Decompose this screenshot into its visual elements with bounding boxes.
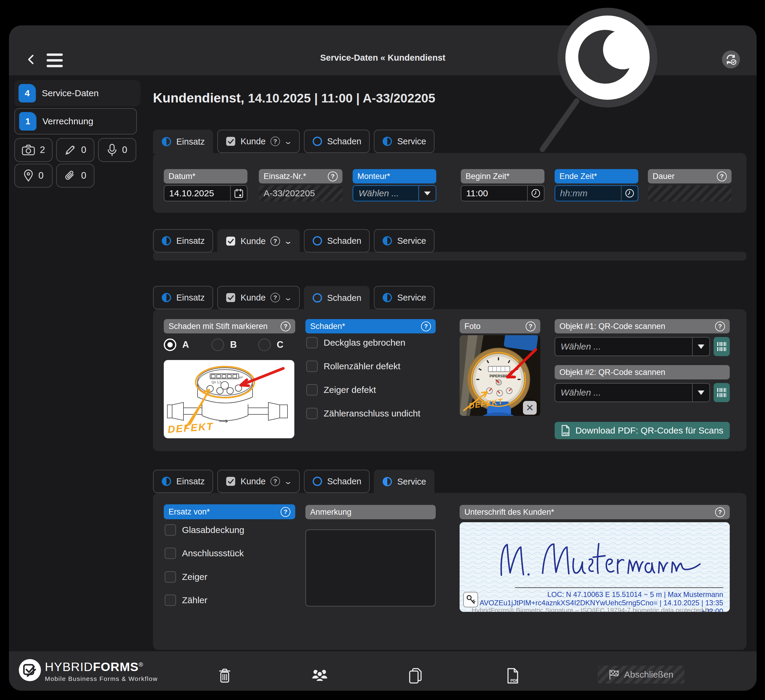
stift-label: Schaden mit Stift markieren?	[164, 319, 295, 333]
help-icon[interactable]: ?	[717, 171, 727, 181]
checkbox-icon[interactable]	[165, 595, 176, 606]
help-icon[interactable]: ?	[526, 321, 535, 331]
calendar-icon[interactable]	[230, 186, 247, 201]
objekt1-scan-button[interactable]	[714, 337, 730, 356]
checkbox-checked-icon	[226, 293, 236, 303]
help-icon[interactable]: ?	[271, 137, 280, 146]
tab-schaden[interactable]: Schaden	[304, 470, 370, 493]
tab-einsatz[interactable]: Einsatz	[153, 130, 213, 154]
checkbox-icon[interactable]	[165, 547, 176, 559]
damage-sketch-canvas[interactable]: Qn 1,5 m³ DEFEKT	[164, 360, 294, 438]
finish-button[interactable]: Abschließen	[598, 665, 684, 684]
checkbox-rollenzaehler[interactable]: Rollenzähler defekt	[306, 360, 400, 372]
radio-c[interactable]: C	[258, 338, 283, 351]
tab-kunde[interactable]: Kunde ? ⌄	[217, 130, 300, 153]
checkbox-icon[interactable]	[306, 408, 318, 419]
help-icon[interactable]: ?	[280, 507, 290, 517]
sidebar-item-verrechnung[interactable]: 1 Verrechnung	[14, 108, 137, 134]
panel-kunde-collapsed	[153, 252, 746, 261]
anmerkung-textarea[interactable]	[305, 529, 436, 607]
checkbox-zaehler[interactable]: Zähler	[165, 595, 208, 606]
help-icon[interactable]: ?	[271, 477, 280, 486]
tab-einsatz[interactable]: Einsatz	[153, 470, 213, 493]
counter-photos[interactable]: 2	[14, 138, 53, 162]
sidebar-item-service-daten[interactable]: 4 Service-Daten	[14, 80, 140, 106]
clock-icon[interactable]	[621, 186, 638, 201]
tab-kunde[interactable]: Kunde ? ⌄	[217, 286, 300, 309]
radio-b[interactable]: B	[212, 338, 237, 351]
monteur-select[interactable]: Wählen ...	[353, 185, 436, 201]
counter-locations[interactable]: 0	[14, 164, 53, 188]
tab-service[interactable]: Service	[374, 130, 434, 153]
checkbox-zaehleranschluss[interactable]: Zähleranschluss undicht	[306, 408, 420, 419]
dropdown-arrow-icon[interactable]	[692, 384, 710, 401]
help-icon[interactable]: ?	[271, 293, 280, 302]
checkbox-deckglas[interactable]: Deckglas gebrochen	[306, 337, 406, 348]
checkbox-checked-icon	[226, 136, 236, 146]
copy-form-button[interactable]	[408, 667, 423, 684]
clock-icon[interactable]	[527, 186, 544, 201]
chevron-down-icon[interactable]: ⌄	[283, 477, 293, 486]
tab-kunde[interactable]: Kunde ? ⌄	[217, 470, 300, 493]
export-pdf-button[interactable]: PDF	[505, 667, 521, 684]
counter-sketches[interactable]: 0	[56, 138, 94, 162]
tab-service[interactable]: Service	[374, 229, 434, 252]
progress-half-icon	[161, 293, 172, 303]
ende-input[interactable]: hh:mm	[555, 185, 638, 201]
help-icon[interactable]: ?	[715, 321, 725, 331]
objekt2-label: Objekt #2: QR-Code scannen	[555, 365, 730, 379]
tab-group-4: Einsatz Kunde ? ⌄ Schaden Service	[153, 470, 434, 494]
radio-a[interactable]: A	[164, 338, 189, 351]
remove-photo-button[interactable]: ✕	[523, 401, 537, 415]
checkbox-zeiger-defekt[interactable]: Zeiger defekt	[306, 384, 376, 396]
radio-selected-icon[interactable]	[164, 338, 176, 351]
checkbox-icon[interactable]	[306, 360, 318, 372]
download-pdf-button[interactable]: PDF Download PDF: QR-Codes für Scans	[555, 422, 730, 439]
checkbox-icon[interactable]	[165, 524, 176, 536]
tab-service[interactable]: Service	[374, 470, 434, 494]
chevron-down-icon[interactable]: ⌄	[283, 237, 293, 246]
counter-value: 0	[122, 145, 127, 155]
help-icon[interactable]: ?	[280, 321, 290, 331]
tab-service[interactable]: Service	[374, 286, 434, 309]
checkbox-glasabdeckung[interactable]: Glasabdeckung	[165, 524, 244, 536]
tab-einsatz[interactable]: Einsatz	[153, 286, 213, 309]
beginn-input[interactable]: 11:00	[461, 185, 545, 201]
help-icon[interactable]: ?	[715, 507, 725, 517]
hybridforms-logo	[19, 659, 41, 681]
counter-attachments[interactable]: 0	[56, 164, 94, 188]
progress-empty-icon	[312, 136, 323, 146]
objekt2-scan-button[interactable]	[714, 383, 730, 402]
counter-audio[interactable]: 0	[98, 138, 136, 162]
radio-icon[interactable]	[212, 338, 224, 351]
sync-button[interactable]	[722, 50, 740, 68]
tab-kunde[interactable]: Kunde ? ⌄	[217, 229, 300, 253]
radio-icon[interactable]	[258, 338, 271, 351]
chevron-down-icon[interactable]: ⌄	[283, 137, 293, 146]
help-icon[interactable]: ?	[271, 236, 280, 246]
tab-schaden[interactable]: Schaden	[304, 130, 370, 153]
water-meter-sketch: Qn 1,5 m³ DEFEKT	[164, 360, 294, 438]
checkbox-icon[interactable]	[165, 571, 176, 583]
checkbox-anschlussstueck[interactable]: Anschlussstück	[165, 547, 244, 559]
dropdown-arrow-icon[interactable]	[418, 186, 436, 201]
tab-schaden[interactable]: Schaden	[304, 229, 370, 252]
team-button[interactable]	[312, 668, 328, 684]
help-icon[interactable]: ?	[421, 321, 431, 331]
objekt1-select[interactable]: Wählen ...	[555, 337, 710, 356]
help-icon[interactable]: ?	[328, 171, 338, 181]
datum-input[interactable]: 14.10.2025	[164, 185, 247, 201]
signature-pad[interactable]: M. Mustermann LOC: N 47	[460, 522, 730, 612]
checkbox-icon[interactable]	[306, 384, 318, 396]
checkbox-icon[interactable]	[306, 337, 318, 348]
signature-key-icon	[463, 592, 478, 607]
dauer-label: Dauer?	[648, 169, 732, 183]
chevron-down-icon[interactable]: ⌄	[283, 293, 293, 302]
tab-schaden[interactable]: Schaden	[304, 286, 370, 310]
tab-einsatz[interactable]: Einsatz	[153, 229, 213, 252]
dropdown-arrow-icon[interactable]	[692, 338, 710, 356]
objekt2-select[interactable]: Wählen ...	[555, 383, 710, 402]
signature-footnote: HybridForms® Biometric Signature – ISO/I…	[460, 607, 712, 612]
checkbox-zeiger[interactable]: Zeiger	[165, 571, 208, 583]
delete-button[interactable]	[217, 667, 233, 684]
